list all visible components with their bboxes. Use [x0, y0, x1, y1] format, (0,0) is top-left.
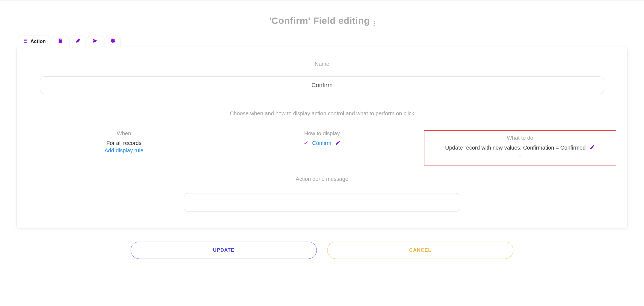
- edit-icon[interactable]: [335, 140, 341, 147]
- gear-icon: [110, 38, 115, 45]
- subheading: Choose when and how to display action co…: [28, 110, 616, 117]
- what-to-do-column: What to do Update record with new values…: [424, 130, 616, 165]
- tabs-row: Action: [18, 36, 628, 47]
- tab-send[interactable]: [87, 36, 103, 47]
- action-tab-icon: [23, 38, 28, 45]
- tab-action-label: Action: [30, 39, 46, 44]
- when-header: When: [28, 130, 220, 137]
- action-done-input[interactable]: [184, 193, 460, 212]
- check-icon: [303, 140, 308, 146]
- document-icon: [57, 38, 63, 45]
- tab-document[interactable]: [52, 36, 68, 47]
- what-to-do-box: What to do Update record with new values…: [424, 130, 616, 165]
- display-value-link[interactable]: Confirm: [312, 140, 331, 146]
- action-panel: Name Choose when and how to display acti…: [16, 47, 628, 228]
- more-vertical-icon[interactable]: [374, 20, 375, 27]
- tab-action[interactable]: Action: [18, 36, 50, 47]
- send-icon: [92, 38, 98, 45]
- what-to-do-value: Update record with new values: Confirmat…: [445, 145, 586, 151]
- tab-feather[interactable]: [70, 36, 85, 47]
- add-display-rule-link[interactable]: Add display rule: [28, 147, 220, 154]
- action-done-label: Action done message: [28, 176, 616, 182]
- what-to-do-header: What to do: [430, 135, 610, 141]
- how-to-display-header: How to display: [226, 130, 418, 137]
- add-what-to-do-icon[interactable]: [430, 153, 610, 159]
- when-column: When For all records Add display rule: [28, 130, 220, 165]
- edit-what-to-do-icon[interactable]: [590, 144, 595, 151]
- page-title: 'Confirm' Field editing: [269, 15, 370, 26]
- name-label: Name: [28, 61, 616, 67]
- how-to-display-column: How to display Confirm: [226, 130, 418, 165]
- tab-settings[interactable]: [105, 36, 120, 47]
- name-input[interactable]: [40, 76, 604, 94]
- when-value: For all records: [28, 140, 220, 146]
- update-button[interactable]: UPDATE: [131, 242, 317, 259]
- cancel-button[interactable]: CANCEL: [327, 242, 513, 259]
- feather-icon: [75, 38, 80, 45]
